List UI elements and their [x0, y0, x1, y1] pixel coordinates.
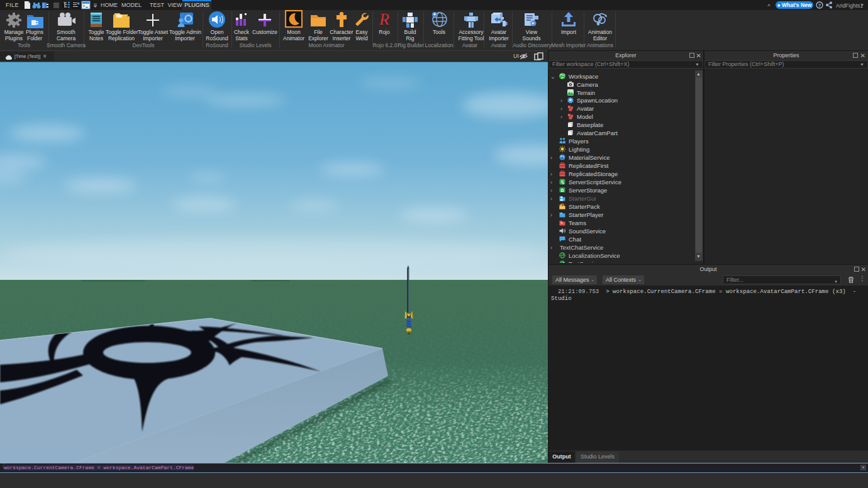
svg-text:?: ? [818, 3, 821, 8]
svg-text:R: R [379, 11, 389, 28]
